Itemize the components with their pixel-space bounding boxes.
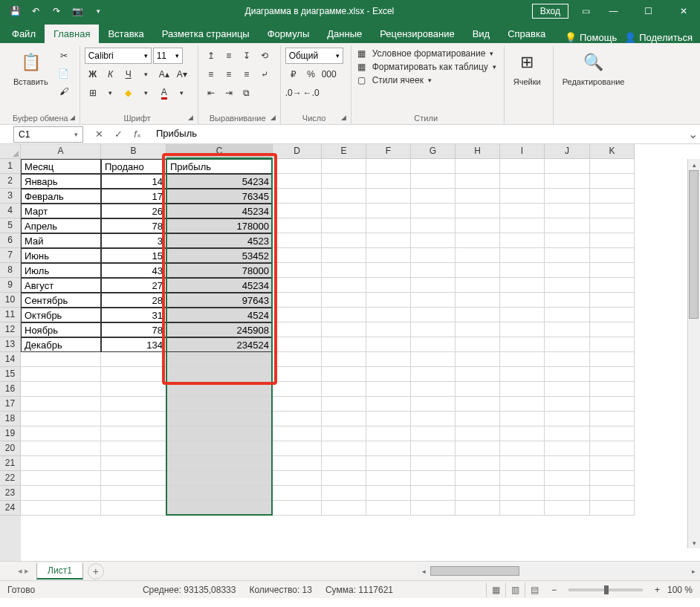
undo-icon[interactable]: ↶ bbox=[27, 2, 45, 20]
cell[interactable] bbox=[273, 486, 322, 501]
cell[interactable] bbox=[322, 322, 366, 337]
cell[interactable] bbox=[366, 367, 411, 382]
cell[interactable] bbox=[411, 233, 456, 248]
cell[interactable] bbox=[500, 204, 545, 218]
cell[interactable] bbox=[21, 471, 101, 486]
cell[interactable] bbox=[273, 189, 322, 204]
font-color-button[interactable]: A bbox=[156, 85, 172, 101]
close-button[interactable]: ✕ bbox=[667, 1, 700, 22]
cell[interactable] bbox=[411, 204, 456, 218]
cell[interactable] bbox=[411, 218, 456, 233]
cell[interactable] bbox=[500, 293, 545, 308]
enter-formula-button[interactable]: ✓ bbox=[108, 126, 128, 143]
cell[interactable] bbox=[366, 293, 411, 308]
italic-button[interactable]: К bbox=[103, 66, 119, 82]
cell[interactable] bbox=[273, 204, 322, 218]
redo-icon[interactable]: ↷ bbox=[48, 2, 65, 20]
cell[interactable] bbox=[322, 456, 366, 471]
cell[interactable] bbox=[590, 352, 635, 367]
row-header[interactable]: 15 bbox=[0, 367, 21, 382]
cell[interactable] bbox=[366, 412, 411, 426]
cell[interactable] bbox=[273, 397, 322, 412]
cell[interactable] bbox=[500, 248, 545, 263]
cell[interactable] bbox=[411, 337, 456, 352]
cell[interactable] bbox=[21, 397, 101, 412]
fill-color-button[interactable]: ◆ bbox=[120, 85, 137, 101]
decrease-decimal-button[interactable]: ←.0 bbox=[303, 85, 320, 101]
cell[interactable] bbox=[411, 486, 456, 501]
cell[interactable] bbox=[590, 308, 635, 322]
cell[interactable] bbox=[456, 412, 500, 426]
column-header[interactable]: K bbox=[590, 144, 635, 159]
tell-me-button[interactable]: 💡Помощь bbox=[565, 32, 617, 43]
cell[interactable] bbox=[322, 293, 366, 308]
cell[interactable] bbox=[273, 159, 322, 174]
add-sheet-button[interactable]: + bbox=[88, 563, 104, 580]
cell[interactable]: 3 bbox=[101, 233, 166, 248]
cell[interactable] bbox=[273, 426, 322, 441]
align-right-button[interactable]: ≡ bbox=[239, 66, 255, 82]
row-header[interactable]: 13 bbox=[0, 337, 21, 352]
cell[interactable] bbox=[590, 218, 635, 233]
cell[interactable] bbox=[101, 471, 166, 486]
cell[interactable] bbox=[273, 382, 322, 397]
decrease-font-button[interactable]: A▾ bbox=[174, 66, 190, 82]
row-header[interactable]: 12 bbox=[0, 322, 21, 337]
scroll-left-icon[interactable]: ◂ bbox=[418, 565, 430, 577]
cell[interactable] bbox=[456, 456, 500, 471]
cell[interactable] bbox=[166, 456, 273, 471]
cell[interactable] bbox=[273, 263, 322, 278]
cell[interactable] bbox=[500, 471, 545, 486]
share-button[interactable]: 👤Поделиться bbox=[624, 32, 693, 43]
cell[interactable] bbox=[411, 159, 456, 174]
cell[interactable] bbox=[456, 441, 500, 456]
page-layout-view-button[interactable]: ▥ bbox=[505, 582, 525, 597]
cell[interactable] bbox=[590, 159, 635, 174]
cell[interactable] bbox=[545, 189, 590, 204]
cell[interactable] bbox=[322, 397, 366, 412]
cell[interactable] bbox=[366, 278, 411, 293]
cell[interactable] bbox=[545, 263, 590, 278]
cell[interactable] bbox=[322, 218, 366, 233]
number-dialog-launcher[interactable]: ◢ bbox=[339, 112, 349, 123]
cell[interactable] bbox=[273, 441, 322, 456]
cell[interactable]: 178000 bbox=[166, 218, 273, 233]
format-as-table-button[interactable]: ▦Форматировать как таблицу▾ bbox=[356, 61, 496, 73]
cell[interactable] bbox=[411, 308, 456, 322]
column-header[interactable]: F bbox=[366, 144, 411, 159]
cell[interactable] bbox=[366, 204, 411, 218]
zoom-out-button[interactable]: − bbox=[551, 585, 557, 595]
zoom-in-button[interactable]: + bbox=[655, 585, 660, 595]
cell[interactable] bbox=[366, 263, 411, 278]
align-center-button[interactable]: ≡ bbox=[221, 66, 237, 82]
cell[interactable] bbox=[322, 263, 366, 278]
cell[interactable] bbox=[166, 397, 273, 412]
cell[interactable] bbox=[500, 412, 545, 426]
cell[interactable] bbox=[21, 426, 101, 441]
cell[interactable] bbox=[273, 456, 322, 471]
cell[interactable] bbox=[456, 471, 500, 486]
wrap-text-button[interactable]: ⤶ bbox=[256, 66, 273, 82]
cell[interactable] bbox=[366, 233, 411, 248]
cut-button[interactable]: ✂ bbox=[56, 48, 72, 64]
row-header[interactable]: 19 bbox=[0, 426, 21, 441]
font-dialog-launcher[interactable]: ◢ bbox=[186, 112, 196, 123]
insert-function-button[interactable]: fₓ bbox=[128, 126, 147, 143]
cell[interactable] bbox=[366, 456, 411, 471]
row-header[interactable]: 5 bbox=[0, 218, 21, 233]
cell[interactable] bbox=[545, 352, 590, 367]
cell[interactable] bbox=[590, 412, 635, 426]
save-icon[interactable]: 💾 bbox=[6, 2, 24, 20]
cell[interactable] bbox=[21, 501, 101, 516]
cell[interactable] bbox=[456, 174, 500, 189]
column-header[interactable]: B bbox=[101, 144, 166, 159]
row-header[interactable]: 17 bbox=[0, 397, 21, 412]
cancel-formula-button[interactable]: ✕ bbox=[89, 126, 108, 143]
cell[interactable]: Январь bbox=[21, 174, 101, 189]
cell[interactable]: Февраль bbox=[21, 189, 101, 204]
tab-данные[interactable]: Данные bbox=[318, 25, 371, 43]
cell[interactable] bbox=[411, 278, 456, 293]
cell[interactable] bbox=[273, 337, 322, 352]
cell[interactable] bbox=[322, 471, 366, 486]
cell[interactable] bbox=[322, 248, 366, 263]
